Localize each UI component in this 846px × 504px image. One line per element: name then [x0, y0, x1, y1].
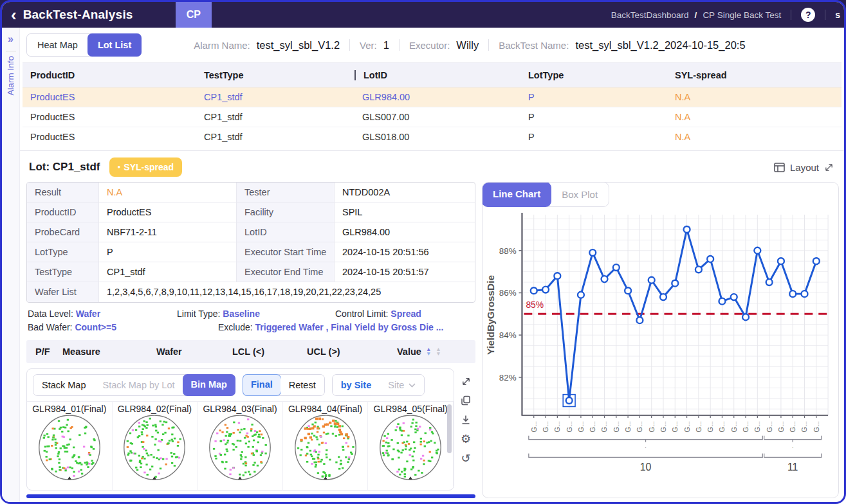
cell-testtype[interactable]: CP1_stdf: [196, 92, 354, 102]
heat-map-tab[interactable]: Heat Map: [27, 34, 88, 56]
chart-point[interactable]: [578, 292, 584, 298]
cell-lotid[interactable]: GLS018.00: [354, 132, 520, 142]
column-header-productid[interactable]: ProductID: [23, 70, 196, 80]
chart-point[interactable]: [602, 276, 608, 282]
table-row[interactable]: ProductES CP1_stdf GLS018.00 P N.A: [23, 127, 841, 146]
breadcrumb: BackTestDashboard / CP Single Back Test: [611, 10, 781, 20]
wafer-map-image[interactable]: [116, 414, 192, 490]
site-select[interactable]: Site: [380, 375, 424, 395]
chart-point[interactable]: [707, 256, 713, 262]
wafer-map-card[interactable]: GLR984_01(Final): [27, 402, 113, 490]
sort-down-icon[interactable]: ▼: [426, 352, 431, 357]
cell-sylspread[interactable]: N.A: [667, 132, 841, 142]
wafer-map-card[interactable]: GLR984_05(Final): [368, 402, 454, 490]
sort-icon[interactable]: ▲ ▼: [426, 347, 431, 357]
cell-productid[interactable]: ProductES: [23, 112, 196, 122]
wafer-list-scrollbar[interactable]: [447, 404, 452, 453]
wafer-map-card[interactable]: GLR984_02(Final): [113, 402, 198, 490]
copy-icon[interactable]: [459, 394, 472, 407]
expand-map-icon[interactable]: [459, 375, 472, 388]
chart-point[interactable]: [648, 277, 655, 284]
tab-bin-map[interactable]: Bin Map: [183, 374, 235, 396]
breadcrumb-dashboard[interactable]: BackTestDashboard: [611, 10, 689, 20]
chart-point[interactable]: [766, 279, 773, 285]
chart-point[interactable]: [660, 294, 667, 300]
horizontal-scrollbar[interactable]: [26, 494, 475, 498]
gear-icon[interactable]: ⚙: [459, 433, 472, 446]
chart-point[interactable]: [589, 249, 596, 256]
cell-lottype[interactable]: P: [520, 112, 667, 122]
layout-button[interactable]: Layout: [774, 162, 834, 173]
tab-line-chart[interactable]: Line Chart: [482, 182, 551, 207]
column-header-ucl[interactable]: UCL (>): [307, 346, 397, 357]
tab-stack-map-by-lot[interactable]: Stack Map by Lot: [95, 375, 183, 395]
help-icon[interactable]: ?: [801, 8, 815, 22]
column-header-sylspread[interactable]: SYL-spread: [667, 70, 841, 80]
wafer-map-image[interactable]: [202, 414, 278, 490]
chart-point[interactable]: [742, 314, 749, 320]
column-header-pf[interactable]: P/F: [26, 346, 62, 357]
chart-point[interactable]: [695, 266, 702, 273]
back-icon[interactable]: ‹: [11, 3, 17, 26]
tab-stack-map[interactable]: Stack Map: [33, 375, 95, 395]
column-header-lottype[interactable]: LotType: [520, 70, 667, 80]
chart-point[interactable]: [719, 298, 726, 305]
collapse-panel-icon[interactable]: »: [8, 33, 14, 45]
by-site-button[interactable]: by Site: [333, 375, 380, 395]
yield-line-chart[interactable]: 82%84%86%88%YieldByGrossDie85%G...G...G.…: [484, 208, 836, 498]
chart-point[interactable]: [813, 258, 820, 264]
alarm-name-label: Alarm Name:: [194, 40, 250, 51]
wafer-map-image[interactable]: [32, 414, 107, 490]
wafer-map-image[interactable]: [288, 414, 363, 490]
wafer-map-card[interactable]: GLR984_04(Final): [283, 402, 369, 490]
chart-point[interactable]: [531, 287, 537, 294]
chart-point[interactable]: [802, 291, 808, 297]
tab-cp[interactable]: CP: [176, 2, 212, 28]
column-header-wafer[interactable]: Wafer: [156, 346, 232, 357]
lot-list-tab[interactable]: Lot List: [87, 33, 142, 57]
chart-point[interactable]: [684, 226, 690, 233]
chart-point[interactable]: [554, 273, 560, 279]
chart-point[interactable]: [542, 287, 549, 293]
cell-productid[interactable]: ProductES: [23, 132, 196, 142]
final-button[interactable]: Final: [243, 374, 281, 396]
chart-point[interactable]: [731, 294, 737, 300]
chart-point[interactable]: [566, 397, 573, 404]
cell-sylspread[interactable]: N.A: [667, 112, 841, 122]
syl-spread-badge[interactable]: ● SYL-spread: [109, 158, 183, 177]
sort-icon-secondary[interactable]: ▲ ▼: [436, 347, 441, 357]
cell-testtype[interactable]: CP1_stdf: [196, 112, 354, 122]
chart-point[interactable]: [672, 280, 678, 287]
cell-lottype[interactable]: P: [520, 132, 667, 142]
column-header-measure[interactable]: Measure: [62, 346, 156, 357]
column-header-value[interactable]: Value: [397, 346, 421, 357]
chart-point[interactable]: [754, 248, 760, 254]
column-header-lcl[interactable]: LCL (<): [232, 346, 307, 357]
chart-point[interactable]: [789, 291, 796, 297]
column-header-lotid[interactable]: LotID: [354, 70, 520, 80]
cell-productid[interactable]: ProductES: [23, 92, 196, 102]
control-limit-label: Control Limit:: [335, 309, 388, 319]
tab-box-plot[interactable]: Box Plot: [551, 183, 609, 206]
wafer-map-card[interactable]: GLR984_03(Final): [198, 402, 283, 490]
chart-point[interactable]: [625, 287, 631, 294]
table-row[interactable]: ProductES CP1_stdf GLS007.00 P N.A: [23, 107, 841, 127]
download-icon[interactable]: [459, 413, 472, 426]
reset-icon[interactable]: ↺: [459, 452, 472, 465]
column-header-testtype[interactable]: TestType: [196, 70, 354, 80]
chart-point[interactable]: [636, 317, 643, 323]
cell-lottype[interactable]: P: [520, 92, 667, 102]
retest-button[interactable]: Retest: [280, 375, 324, 395]
table-row[interactable]: ProductES CP1_stdf GLR984.00 P N.A: [23, 87, 841, 107]
cell-sylspread[interactable]: N.A: [667, 92, 841, 102]
chart-point[interactable]: [613, 264, 620, 271]
header-right-truncated[interactable]: s: [835, 10, 840, 20]
sort-down-icon[interactable]: ▼: [436, 352, 441, 357]
wafer-map-image[interactable]: [372, 414, 448, 490]
cell-testtype[interactable]: CP1_stdf: [196, 132, 354, 142]
sidebar-item-alarm-info[interactable]: Alarm Info: [6, 56, 15, 96]
expand-icon[interactable]: [824, 163, 834, 172]
cell-lotid[interactable]: GLS007.00: [354, 112, 520, 122]
cell-lotid[interactable]: GLR984.00: [354, 92, 520, 102]
chart-point[interactable]: [778, 258, 784, 264]
